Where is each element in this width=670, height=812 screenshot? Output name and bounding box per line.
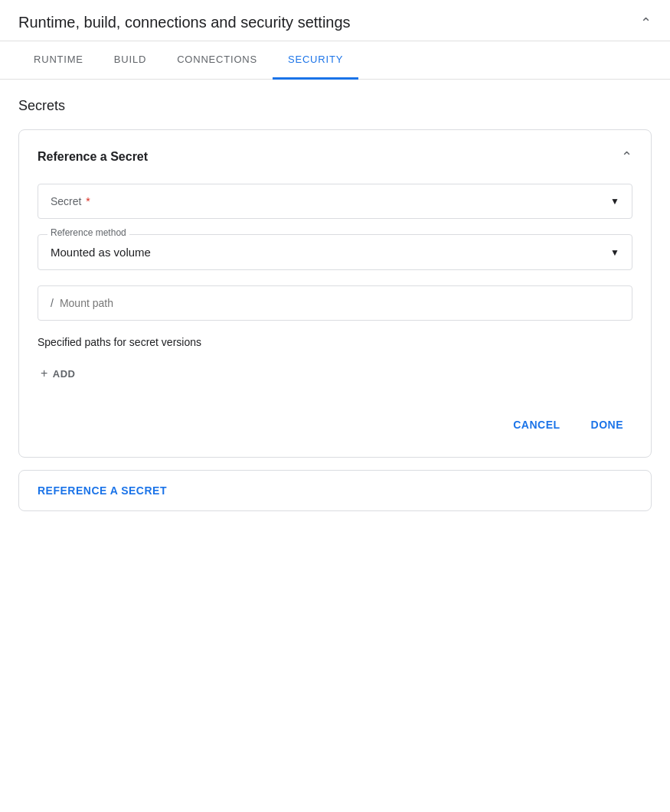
secret-select-label: Secret * [51,195,90,207]
card-actions: CANCEL DONE [38,405,632,439]
main-content: Secrets Reference a Secret ⌃ Secret * ▼ [0,80,670,530]
secret-select[interactable]: Secret * ▼ [38,184,632,219]
plus-icon: + [41,367,48,380]
tab-build[interactable]: BUILD [99,41,162,80]
done-button[interactable]: DONE [582,411,632,439]
reference-method-arrow: ▼ [610,247,619,258]
mount-path-input[interactable] [60,297,619,309]
card-header: Reference a Secret ⌃ [38,148,632,165]
secrets-section-title: Secrets [18,98,652,114]
reference-method-fieldset: Reference method Mounted as volume ▼ [38,234,632,270]
mount-path-container: / [38,285,632,321]
specified-paths-label: Specified paths for secret versions [38,336,632,348]
card-collapse-icon[interactable]: ⌃ [621,148,632,165]
reference-secret-card: Reference a Secret ⌃ Secret * ▼ Referenc… [18,129,652,458]
tab-runtime[interactable]: RUNTIME [18,41,99,80]
secret-dropdown-arrow: ▼ [610,196,619,207]
tab-security[interactable]: SECURITY [273,41,358,80]
reference-secret-button-label: REFERENCE A SECRET [38,484,167,497]
cancel-button[interactable]: CANCEL [504,411,569,439]
collapse-icon[interactable]: ⌃ [640,15,652,31]
reference-secret-button[interactable]: REFERENCE A SECRET [18,470,652,511]
secret-field-group: Secret * ▼ [38,184,632,219]
dialog-title: Runtime, build, connections and security… [18,14,351,31]
reference-method-legend: Reference method [47,227,129,238]
mount-path-group: / [38,285,632,321]
mount-path-prefix: / [51,297,54,309]
dialog-header: Runtime, build, connections and security… [0,0,670,41]
card-title: Reference a Secret [38,150,148,164]
add-button-label: ADD [53,368,76,380]
reference-method-select[interactable]: Mounted as volume ▼ [51,241,619,259]
tab-connections[interactable]: CONNECTIONS [162,41,273,80]
page-wrapper: Runtime, build, connections and security… [0,0,670,530]
reference-method-group: Reference method Mounted as volume ▼ [38,234,632,270]
add-path-button[interactable]: + ADD [38,360,632,386]
required-asterisk: * [83,195,90,207]
reference-method-value: Mounted as volume [51,246,151,259]
tab-bar: RUNTIME BUILD CONNECTIONS SECURITY [0,41,670,80]
